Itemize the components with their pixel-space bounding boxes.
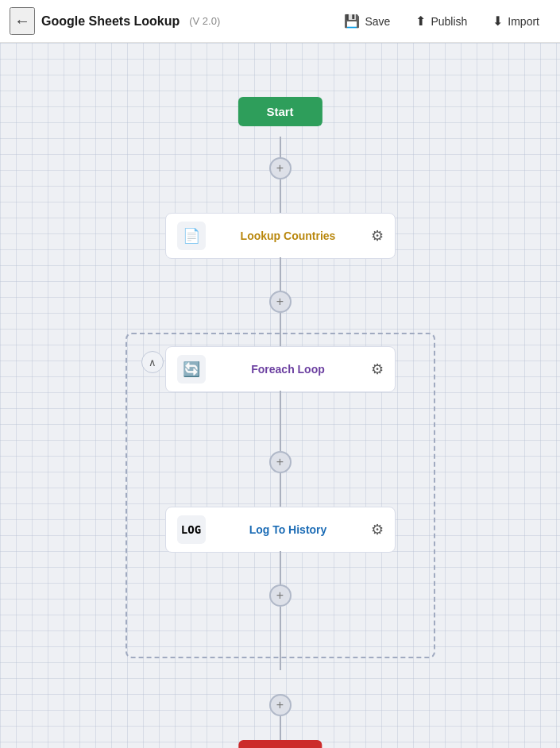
add-node-btn-5[interactable]: +: [269, 694, 292, 716]
log-node[interactable]: LOG Log To History ⚙: [165, 507, 396, 553]
flow-canvas: Start + 📄 Lookup Countries ⚙ + ∧ 🔄: [0, 43, 560, 748]
connector-line-2: [280, 257, 281, 291]
connector-line-7: [280, 607, 281, 670]
import-label: Import: [508, 15, 539, 28]
save-icon: 💾: [344, 13, 360, 29]
foreach-icon-box: 🔄: [177, 355, 206, 384]
connector-line-8: [280, 716, 281, 740]
save-button[interactable]: 💾 Save: [333, 9, 401, 33]
flow-container: Start + 📄 Lookup Countries ⚙ + ∧ 🔄: [0, 43, 560, 748]
import-button[interactable]: ⬇ Import: [481, 9, 550, 33]
foreach-gear-icon[interactable]: ⚙: [371, 361, 384, 378]
lookup-icon-box: 📄: [177, 222, 206, 250]
import-icon: ⬇: [492, 13, 503, 29]
lookup-node[interactable]: 📄 Lookup Countries ⚙: [165, 213, 396, 259]
foreach-label: Foreach Loop: [214, 363, 363, 376]
lookup-gear-icon[interactable]: ⚙: [371, 227, 384, 245]
version-badge: (V 2.0): [189, 15, 220, 27]
add-node-btn-3[interactable]: +: [269, 451, 292, 473]
foreach-node[interactable]: 🔄 Foreach Loop ⚙: [165, 346, 396, 392]
log-icon-box: LOG: [177, 515, 206, 544]
foreach-icon: 🔄: [183, 361, 200, 378]
publish-button[interactable]: ⬆ Publish: [404, 9, 478, 33]
connector-line-3: [280, 313, 281, 346]
add-node-btn-2[interactable]: +: [269, 291, 292, 313]
header-actions: 💾 Save ⬆ Publish ⬇ Import: [333, 9, 550, 33]
publish-label: Publish: [431, 15, 467, 28]
connector-line-4: [280, 391, 281, 451]
add-node-btn-1[interactable]: +: [269, 157, 292, 179]
log-gear-icon[interactable]: ⚙: [371, 521, 384, 538]
connector-line-6: [280, 551, 281, 584]
collapse-loop-button[interactable]: ∧: [141, 351, 164, 373]
start-label: Start: [266, 105, 293, 118]
stop-node[interactable]: Stop: [238, 740, 322, 748]
publish-icon: ⬆: [415, 13, 426, 29]
log-label: Log To History: [214, 523, 363, 536]
log-icon: LOG: [181, 523, 201, 536]
save-label: Save: [365, 15, 390, 28]
lookup-icon: 📄: [183, 227, 200, 245]
add-node-btn-4[interactable]: +: [269, 584, 292, 607]
lookup-label: Lookup Countries: [214, 229, 363, 242]
header: ← Google Sheets Lookup (V 2.0) 💾 Save ⬆ …: [0, 0, 560, 43]
start-node[interactable]: Start: [238, 97, 322, 126]
page-title: Google Sheets Lookup: [41, 14, 180, 29]
back-button[interactable]: ←: [10, 7, 35, 35]
connector-line-5: [280, 473, 281, 507]
back-icon: ←: [14, 12, 30, 30]
connector-line-1: [280, 179, 281, 213]
